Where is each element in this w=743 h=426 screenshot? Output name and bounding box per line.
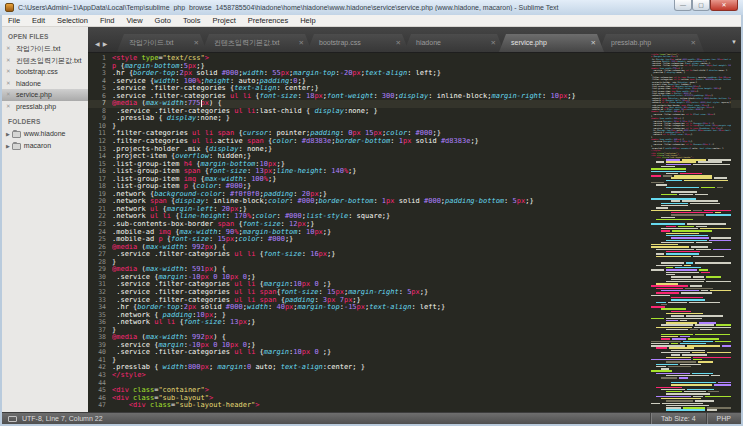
close-file-icon[interactable]: ✕ <box>6 43 11 55</box>
code-line[interactable]: 6.service .filter-categories ul li {font… <box>88 93 741 101</box>
code-line[interactable]: 11.filter-categories ul li span {cursor:… <box>88 130 741 138</box>
tab-close-icon[interactable]: ✕ <box>396 34 401 52</box>
maximize-button[interactable]: ▢ <box>692 0 710 11</box>
code-line[interactable]: 31 .service .filter-categories ul li {ma… <box>88 281 741 289</box>
code-line[interactable]: 37} <box>88 327 741 335</box>
open-file-item[interactable]: ✕service.php <box>2 89 88 101</box>
menu-item-edit[interactable]: Edit <box>26 15 51 27</box>
code-line[interactable]: 27 .service .filter-categories ul li {fo… <box>88 251 741 259</box>
code-line[interactable]: 40 .service .filter-categories ul li {ma… <box>88 349 741 357</box>
code-line[interactable]: 13.projects-holder .mix {display: none;} <box>88 146 741 154</box>
tab-hiadone[interactable]: hiadone✕ <box>404 34 504 52</box>
code-line[interactable]: 12.filter-categories ul li.active span {… <box>88 138 741 146</box>
code-line[interactable]: 25.mobile-ad p {font-size: 15px;color: #… <box>88 236 741 244</box>
tab-scroll-left-icon[interactable]: ◀ <box>95 41 103 47</box>
code-line[interactable]: 42.presslab { width:800px; margin:0 auto… <box>88 364 741 372</box>
code-line[interactable]: 28} <box>88 259 741 267</box>
code-line[interactable]: 39 .service {margin:-10px 0 10px 0;} <box>88 342 741 350</box>
folder-item[interactable]: ▶macaron <box>2 140 88 152</box>
code-line[interactable]: 34 .hr {border-top:2px solid #000;width:… <box>88 304 741 312</box>
open-file-item[interactable]: ✕컨텐츠입력기본값.txt <box>2 55 88 67</box>
code-line[interactable]: 20.network span {display: inline-block;c… <box>88 198 741 206</box>
code-line[interactable]: 46<div class="sub-layout"> <box>88 395 741 403</box>
expand-arrow-icon[interactable]: ▶ <box>6 140 10 152</box>
close-file-icon[interactable]: ✕ <box>6 78 11 90</box>
open-file-item[interactable]: ✕작업가이드.txt <box>2 43 88 55</box>
minimap[interactable]: <style type="text/css">p {margin-bottom:… <box>651 53 731 412</box>
line-number: 5 <box>88 85 112 93</box>
code-line[interactable]: 7@media (max-width:775px) { <box>88 100 741 108</box>
tab-close-icon[interactable]: ✕ <box>194 34 199 52</box>
tab-scroll-right-icon[interactable]: ▶ <box>103 41 111 47</box>
code-text: .list-group-item p {color: #000;} <box>112 183 741 191</box>
code-line[interactable]: 22.network ul li {line-height: 170%;colo… <box>88 213 741 221</box>
menu-item-file[interactable]: File <box>2 15 26 27</box>
code-text: @media (max-width: 992px) { <box>112 334 741 342</box>
expand-arrow-icon[interactable]: ▶ <box>6 128 10 140</box>
code-line[interactable]: 16.list-group-item span {font-size: 13px… <box>88 168 741 176</box>
code-line[interactable]: 2p {margin-bottom:5px;} <box>88 63 741 71</box>
tab-_.txt[interactable]: 컨텐츠입력기본값.txt✕ <box>202 34 312 52</box>
close-file-icon[interactable]: ✕ <box>6 66 11 78</box>
tab-close-icon[interactable]: ✕ <box>491 34 496 52</box>
close-file-icon[interactable]: ✕ <box>6 101 11 113</box>
open-file-item[interactable]: ✕hiadone <box>2 78 88 90</box>
menu-item-project[interactable]: Project <box>206 15 241 27</box>
code-line[interactable]: 26@media (max-width: 992px) { <box>88 244 741 252</box>
code-line[interactable]: 36 .network ul li {font-size: 13px;} <box>88 319 741 327</box>
code-line[interactable]: 41} <box>88 357 741 365</box>
code-line[interactable]: 44 <box>88 380 741 388</box>
code-line[interactable]: 10} <box>88 123 741 131</box>
close-file-icon[interactable]: ✕ <box>6 89 11 101</box>
menu-item-tools[interactable]: Tools <box>177 15 207 27</box>
code-line[interactable]: 9 .presslab { display:none; } <box>88 115 741 123</box>
syntax-indicator[interactable]: PHP <box>706 413 741 424</box>
open-file-item[interactable]: ✕bootstrap.css <box>2 66 88 78</box>
tab-close-icon[interactable]: ✕ <box>299 34 304 52</box>
tab-close-icon[interactable]: ✕ <box>691 34 696 52</box>
code-line[interactable]: 35 .network { padding:10px; } <box>88 312 741 320</box>
tab-bootstrap.css[interactable]: bootstrap.css✕ <box>307 34 409 52</box>
code-line[interactable]: 30 .service {margin:-10px 0 10px 0;} <box>88 274 741 282</box>
menu-item-help[interactable]: Help <box>294 15 321 27</box>
code-line[interactable]: 3.hr {border-top:2px solid #000;width: 5… <box>88 70 741 78</box>
tab-_.txt[interactable]: 작업가이드.txt✕ <box>117 34 207 52</box>
code-line[interactable]: 24.mobile-ad img {max-width: 90%;margin-… <box>88 229 741 237</box>
title-bar[interactable]: C:\Users\Admini~1\AppData\Local\Temp\sub… <box>0 0 743 15</box>
tab-presslab.php[interactable]: presslab.php✕ <box>599 34 704 52</box>
tab-overflow-icon[interactable]: ▼ <box>731 39 737 45</box>
code-line[interactable]: 8 .service .filter-categories ul li:last… <box>88 108 741 116</box>
code-line[interactable]: 47 <div class="sub-layout-header"> <box>88 402 741 410</box>
code-line[interactable]: 14.project-item {overflow: hidden;} <box>88 153 741 161</box>
menu-item-find[interactable]: Find <box>94 15 121 27</box>
tab-close-icon[interactable]: ✕ <box>591 34 596 52</box>
tab-service.php[interactable]: service.php✕ <box>499 34 604 52</box>
code-line[interactable]: 29@media (max-width: 591px) { <box>88 266 741 274</box>
code-line[interactable]: 19.network {background-color: #f0f0f0;pa… <box>88 191 741 199</box>
code-line[interactable]: 23.sub-contents-box-border span {font-si… <box>88 221 741 229</box>
menu-item-preferences[interactable]: Preferences <box>242 15 294 27</box>
close-button[interactable]: ✕ <box>710 0 738 11</box>
code-line[interactable]: 38@media (max-width: 992px) { <box>88 334 741 342</box>
open-file-item[interactable]: ✕presslab.php <box>2 101 88 113</box>
close-file-icon[interactable]: ✕ <box>6 55 11 67</box>
code-line[interactable]: 32 .service .filter-categories ul li spa… <box>88 289 741 297</box>
code-line[interactable]: 4.service {width: 100%;height: auto;padd… <box>88 78 741 86</box>
code-text: } <box>112 123 741 131</box>
code-view[interactable]: 1<style type="text/css">2p {margin-botto… <box>88 53 741 412</box>
menu-item-goto[interactable]: Goto <box>149 15 177 27</box>
code-line[interactable]: 15.list-group-item h4 {margin-bottom:10p… <box>88 161 741 169</box>
code-line[interactable]: 18.list-group-item p {color: #000;} <box>88 183 741 191</box>
menu-item-view[interactable]: View <box>120 15 148 27</box>
code-line[interactable]: 45<div class="container"> <box>88 387 741 395</box>
minimize-button[interactable]: — <box>674 0 692 11</box>
menu-item-selection[interactable]: Selection <box>51 15 94 27</box>
folder-item[interactable]: ▶www.hiadone <box>2 128 88 140</box>
code-line[interactable]: 17.list-group-item img {max-width: 100%;… <box>88 176 741 184</box>
code-line[interactable]: 1<style type="text/css"> <box>88 55 741 63</box>
code-line[interactable]: 5.service .filter-categories {text-align… <box>88 85 741 93</box>
tab-size-indicator[interactable]: Tab Size: 4 <box>650 413 706 424</box>
code-line[interactable]: 33 .service .filter-categories ul li spa… <box>88 297 741 305</box>
code-line[interactable]: 21.network ul {margin-left: 20px;} <box>88 206 741 214</box>
code-line[interactable]: 43</style> <box>88 372 741 380</box>
